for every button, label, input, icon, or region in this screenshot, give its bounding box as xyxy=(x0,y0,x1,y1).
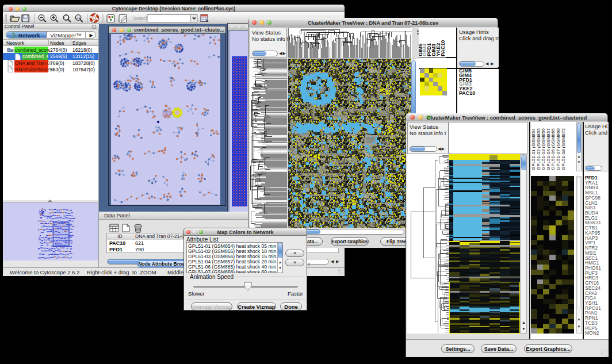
svg-text:PAC10: PAC10 xyxy=(440,40,446,56)
svg-text:1:1: 1:1 xyxy=(76,16,81,20)
svg-text:GPL51-08 (GSM872: GPL51-08 (GSM872 xyxy=(561,128,566,170)
